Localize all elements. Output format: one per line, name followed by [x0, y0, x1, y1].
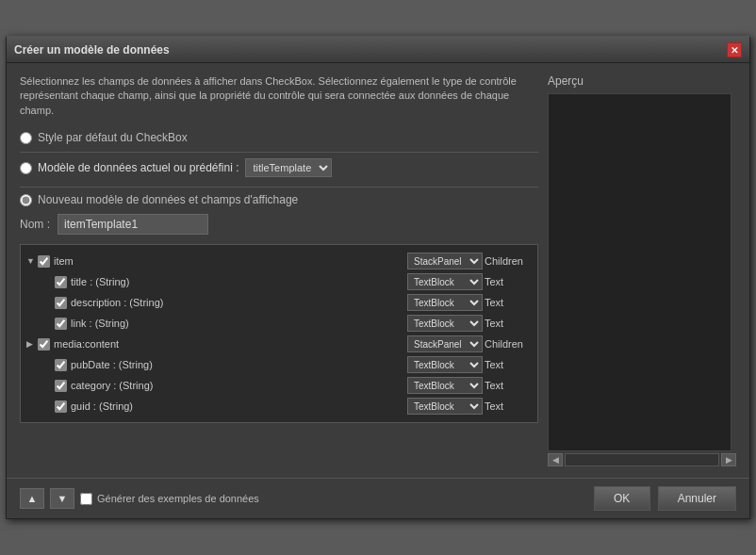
tree-control-dropdown[interactable]: TextBlock — [407, 377, 483, 394]
generate-checkbox[interactable] — [80, 493, 92, 505]
tree-checkbox[interactable] — [55, 276, 67, 288]
tree-checkbox[interactable] — [55, 318, 67, 330]
tree-value-label: Children — [485, 255, 532, 267]
tree-checkbox[interactable] — [38, 338, 50, 351]
dialog-body: Sélectionnez les champs de données à aff… — [7, 63, 749, 478]
tree-container[interactable]: ▼ item StackPanel Children title : (Stri… — [20, 244, 538, 423]
option-model-actuel: Modèle de données actuel ou prédéfini : … — [20, 158, 538, 177]
tree-checkbox[interactable] — [55, 380, 67, 392]
name-row: Nom : — [20, 214, 538, 235]
tree-row[interactable]: pubDate : (String) TextBlock Text — [25, 354, 534, 375]
tree-item-label: description : (String) — [71, 297, 407, 308]
tree-value-label: Children — [485, 338, 532, 350]
model-actuel-label: Modèle de données actuel ou prédéfini : — [38, 161, 239, 174]
tree-item-label: title : (String) — [71, 276, 407, 287]
generate-label: Générer des exemples de données — [97, 493, 259, 504]
tree-control-dropdown[interactable]: TextBlock — [407, 356, 483, 373]
tree-value-label: Text — [485, 400, 532, 412]
apercu-label: Aperçu — [548, 74, 736, 88]
tree-control-dropdown[interactable]: StackPanel — [407, 253, 483, 269]
tree-value-label: Text — [485, 359, 532, 370]
tree-row[interactable]: link : (String) TextBlock Text — [25, 313, 534, 334]
ok-button[interactable]: OK — [594, 486, 650, 511]
tree-checkbox[interactable] — [55, 359, 67, 371]
tree-item-label: pubDate : (String) — [71, 359, 407, 370]
bottom-left: ▲ ▼ Générer des exemples de données — [20, 488, 259, 509]
tree-checkbox[interactable] — [38, 255, 50, 268]
tree-control-dropdown[interactable]: TextBlock — [407, 273, 483, 290]
scroll-left-button[interactable]: ◀ — [548, 453, 563, 466]
move-down-button[interactable]: ▼ — [50, 488, 74, 509]
apercu-scrollbar: ◀ ▶ — [548, 453, 736, 466]
divider-1 — [20, 152, 538, 153]
tree-value-label: Text — [485, 276, 532, 287]
radio-nouveau-modele[interactable] — [20, 194, 32, 206]
option-nouveau-modele: Nouveau modèle de données et champs d'af… — [20, 193, 538, 206]
radio-style-default[interactable] — [20, 132, 32, 144]
tree-control-dropdown[interactable]: TextBlock — [407, 294, 483, 311]
bottom-bar: ▲ ▼ Générer des exemples de données OK A… — [7, 478, 749, 518]
tree-expand-arrow: ▼ — [26, 256, 38, 266]
model-dropdown[interactable]: titleTemplate — [245, 158, 332, 177]
option-style-default: Style par défaut du CheckBox — [20, 131, 538, 144]
tree-control-dropdown[interactable]: TextBlock — [407, 315, 483, 332]
tree-value-label: Text — [485, 380, 532, 391]
tree-row[interactable]: guid : (String) TextBlock Text — [25, 396, 534, 416]
apercu-preview — [548, 93, 731, 451]
tree-expand-arrow: ▶ — [26, 339, 38, 349]
tree-item-label: media:content — [54, 338, 407, 350]
tree-row[interactable]: ▼ item StackPanel Children — [25, 251, 534, 271]
tree-value-label: Text — [485, 297, 532, 308]
radio-model-row: Modèle de données actuel ou prédéfini : … — [20, 158, 538, 177]
tree-control-dropdown[interactable]: TextBlock — [407, 398, 483, 415]
tree-row[interactable]: category : (String) TextBlock Text — [25, 375, 534, 396]
nom-label: Nom : — [20, 218, 50, 231]
right-panel: Aperçu ◀ ▶ — [548, 74, 736, 466]
tree-row[interactable]: ▶ media:content StackPanel Children — [25, 334, 534, 354]
scroll-track[interactable] — [565, 453, 719, 466]
tree-item-label: category : (String) — [71, 380, 407, 391]
left-panel: Sélectionnez les champs de données à aff… — [20, 74, 538, 466]
style-default-label: Style par défaut du CheckBox — [38, 131, 188, 144]
generate-check-group: Générer des exemples de données — [80, 493, 259, 505]
scroll-right-button[interactable]: ▶ — [721, 453, 736, 466]
tree-checkbox[interactable] — [55, 297, 67, 309]
description-text: Sélectionnez les champs de données à aff… — [20, 74, 538, 118]
tree-item-label: item — [54, 255, 407, 267]
nouveau-modele-label: Nouveau modèle de données et champs d'af… — [38, 193, 298, 206]
radio-model-actuel[interactable] — [20, 162, 32, 174]
tree-row[interactable]: title : (String) TextBlock Text — [25, 271, 534, 292]
tree-value-label: Text — [485, 318, 532, 329]
main-dialog: Créer un modèle de données ✕ Sélectionne… — [6, 36, 750, 519]
nom-input[interactable] — [58, 214, 208, 235]
move-up-button[interactable]: ▲ — [20, 488, 44, 509]
titlebar: Créer un modèle de données ✕ — [7, 38, 749, 63]
dialog-title: Créer un modèle de données — [14, 43, 170, 57]
tree-item-label: guid : (String) — [71, 400, 407, 412]
tree-control-dropdown[interactable]: StackPanel — [407, 335, 483, 352]
cancel-button[interactable]: Annuler — [658, 486, 736, 511]
bottom-right: OK Annuler — [594, 486, 736, 511]
close-button[interactable]: ✕ — [727, 42, 742, 57]
tree-row[interactable]: description : (String) TextBlock Text — [25, 292, 534, 313]
divider-2 — [20, 187, 538, 188]
tree-item-label: link : (String) — [71, 318, 407, 329]
tree-checkbox[interactable] — [55, 400, 67, 413]
